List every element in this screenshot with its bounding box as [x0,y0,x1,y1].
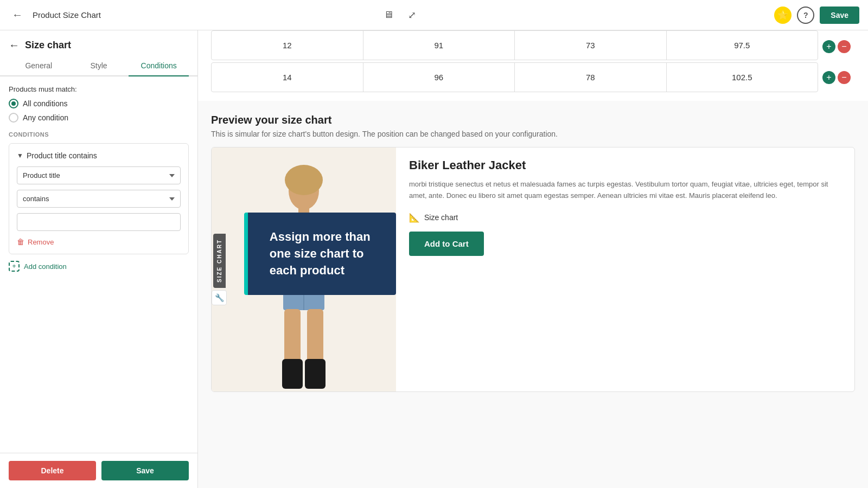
preview-subtitle: This is simular for size chart's button … [211,130,855,138]
preview-frame: SIZE CHART 🔧 Assign more than one size c… [211,147,855,392]
main-layout: ← Size chart General Style Conditions Pr… [0,30,868,488]
monitor-icon[interactable]: 🖥 [379,5,398,25]
svg-point-1 [285,165,323,195]
chevron-down-icon: ▼ [17,152,23,159]
sidebar-title: Size chart [25,40,71,51]
svg-rect-15 [307,309,323,363]
remove-row-button[interactable]: − [838,40,851,53]
product-details-area: Biker Leather Jacket morbi tristique sen… [396,147,854,391]
wrench-icon-button[interactable]: 🔧 [212,290,227,305]
help-button[interactable]: ? [797,7,814,24]
add-condition-label: Add condition [24,262,67,271]
radio-all-icon [9,99,18,108]
condition-header-label: Product title contains [27,151,97,160]
top-bar-back-icon[interactable]: ← [9,7,26,24]
size-chart-tab[interactable]: SIZE CHART [213,234,226,288]
table-row-2: 14 96 78 102.5 [211,62,818,92]
sidebar-header: ← Size chart [0,30,197,56]
promo-overlay: Assign more than one size chart to each … [244,213,396,295]
tabs: General Style Conditions [0,56,197,76]
table-row-1: 12 91 73 97.5 [211,30,818,60]
radio-all-conditions[interactable]: All conditions [9,99,189,108]
preview-title: Preview your size chart [211,114,855,126]
add-condition-button[interactable]: + Add condition [9,261,189,272]
conditions-label: CONDITIONS [9,131,189,138]
add-condition-icon: + [9,261,20,272]
table-cell-2-3: 78 [515,63,667,92]
table-cell-2-2: 96 [363,63,515,92]
remove-row-2-button[interactable]: − [838,71,851,84]
table-cell-2-4: 102.5 [667,63,818,92]
table-cell-1-4: 97.5 [667,31,818,60]
radio-any-condition[interactable]: Any condition [9,113,189,123]
size-chart-link-icon: 📐 [409,213,420,223]
tab-conditions[interactable]: Conditions [129,56,189,76]
condition-value-input[interactable] [17,213,181,231]
table-cell-1-2: 91 [363,31,515,60]
svg-rect-17 [305,359,326,389]
match-label: Products must match: [9,85,189,93]
tab-general[interactable]: General [9,56,69,76]
table-row-2-wrapper: 14 96 78 102.5 + − [211,62,855,92]
product-image-area: SIZE CHART 🔧 Assign more than one size c… [212,147,396,391]
table-row-2-actions: + − [818,71,855,84]
sidebar-back-icon[interactable]: ← [9,39,20,52]
size-chart-link-label: Size chart [424,213,458,222]
top-bar-right: ⭐ ? Save [774,7,859,24]
sidebar: ← Size chart General Style Conditions Pr… [0,30,198,488]
sidebar-content: Products must match: All conditions Any … [0,76,197,453]
preview-section: Preview your size chart This is simular … [198,101,868,405]
condition-block: ▼ Product title contains Product title c… [9,143,189,254]
radio-group: All conditions Any condition [9,99,189,123]
promo-box: Assign more than one size chart to each … [248,213,396,295]
top-bar: ← Product Size Chart 🖥 ⤢ ⭐ ? Save [0,0,868,30]
size-chart-link[interactable]: 📐 Size chart [409,213,841,223]
table-cell-1-3: 73 [515,31,667,60]
table-cell-2-1: 14 [212,63,363,92]
table-area: 12 91 73 97.5 + − 14 96 78 102.5 [198,30,868,101]
condition-operator-select[interactable]: contains [17,190,181,208]
add-to-cart-button[interactable]: Add to Cart [409,232,484,256]
condition-header[interactable]: ▼ Product title contains [17,151,181,160]
resize-icon[interactable]: ⤢ [403,5,422,25]
promo-text: Assign more than one size chart to each … [270,230,371,277]
table-cell-1-1: 12 [212,31,363,60]
svg-rect-16 [282,359,303,389]
promo-cyan-bar [244,213,248,295]
table-row-1-actions: + − [818,40,855,53]
radio-any-icon [9,113,18,123]
radio-all-label: All conditions [23,99,68,108]
svg-rect-14 [284,309,301,363]
remove-label: Remove [28,238,54,246]
trash-icon: 🗑 [17,237,24,246]
top-bar-icons: 🖥 ⤢ [379,5,422,25]
product-description: morbi tristique senectus et netus et mal… [409,179,841,202]
top-bar-title: Product Size Chart [33,10,372,20]
tab-style[interactable]: Style [69,56,129,76]
condition-field-select[interactable]: Product title [17,166,181,184]
delete-button[interactable]: Delete [9,461,96,480]
sidebar-footer: Delete Save [0,453,197,488]
remove-condition-button[interactable]: 🗑 Remove [17,237,181,246]
table-row-1-wrapper: 12 91 73 97.5 + − [211,30,855,62]
add-row-below-button[interactable]: + [822,71,835,84]
add-row-above-button[interactable]: + [822,40,835,53]
save-button-bottom[interactable]: Save [101,461,189,480]
star-badge: ⭐ [774,7,792,24]
radio-any-label: Any condition [23,113,68,122]
main-content: 12 91 73 97.5 + − 14 96 78 102.5 [198,30,868,488]
product-name: Biker Leather Jacket [409,158,841,172]
save-button-top[interactable]: Save [820,7,859,24]
